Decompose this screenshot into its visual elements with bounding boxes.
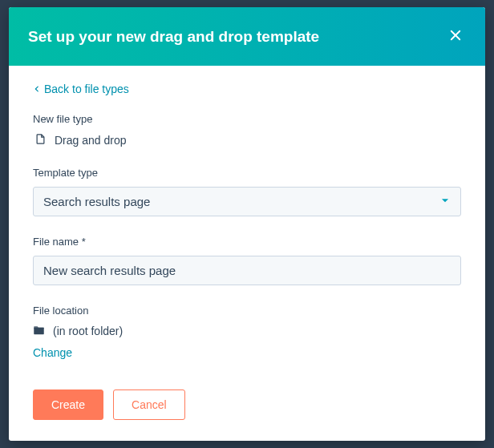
file-icon (34, 133, 47, 147)
template-type-label: Template type (33, 167, 461, 179)
back-link[interactable]: Back to file types (33, 83, 129, 95)
file-type-value: Drag and drop (55, 134, 127, 147)
file-type-value-row: Drag and drop (33, 133, 461, 147)
file-location-label: File location (33, 305, 461, 317)
chevron-left-icon (33, 83, 41, 95)
template-type-select[interactable]: Search results page (33, 187, 461, 216)
template-type-group: Template type Search results page (33, 167, 461, 216)
change-location-link[interactable]: Change (33, 346, 72, 359)
modal-header: Set up your new drag and drop template (9, 7, 485, 66)
file-name-label: File name * (33, 236, 461, 248)
modal-footer: Create Cancel (9, 375, 485, 441)
template-setup-modal: Set up your new drag and drop template B… (9, 7, 485, 441)
close-icon (448, 28, 463, 45)
back-link-label: Back to file types (44, 83, 129, 95)
file-name-group: File name * (33, 236, 461, 285)
create-button[interactable]: Create (33, 389, 103, 420)
template-type-selected: Search results page (43, 195, 150, 208)
file-location-group: File location (in root folder) Change (33, 305, 461, 360)
cancel-button[interactable]: Cancel (113, 389, 185, 420)
file-location-row: (in root folder) (33, 325, 461, 337)
modal-title: Set up your new drag and drop template (28, 28, 319, 46)
file-location-value: (in root folder) (53, 325, 123, 337)
close-button[interactable] (445, 25, 466, 48)
file-type-group: New file type Drag and drop (33, 113, 461, 147)
file-type-label: New file type (33, 113, 461, 125)
caret-down-icon (439, 195, 451, 208)
modal-body: Back to file types New file type Drag an… (9, 66, 485, 375)
folder-icon (33, 325, 45, 337)
file-name-input[interactable] (33, 256, 461, 285)
